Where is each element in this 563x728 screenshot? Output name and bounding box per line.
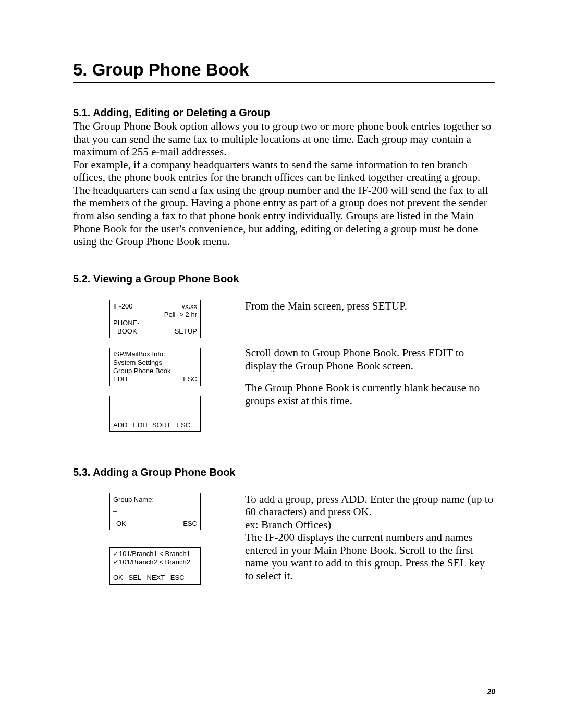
screen-group-blank: ADD EDIT SORT ESC xyxy=(109,396,201,432)
section-5-2-step2: Scroll down to Group Phone Book. Press E… xyxy=(245,347,495,372)
screen-group-select: ✓101/Branch1 < Branch1 ✓101/Branch2 < Br… xyxy=(109,547,201,585)
screen-text: System Settings xyxy=(113,359,197,367)
section-5-2-head: 5.2. Viewing a Group Phone Book xyxy=(73,273,495,285)
screen-text: PHONE- xyxy=(113,319,197,327)
section-5-3-step1: To add a group, press ADD. Enter the gro… xyxy=(245,493,495,519)
screen-text: OK SEL NEXT ESC xyxy=(113,574,197,582)
screen-text: ESC xyxy=(183,375,197,384)
section-5-3-head: 5.3. Adding a Group Phone Book xyxy=(73,466,495,478)
section-5-1-p1: The Group Phone Book option allows you t… xyxy=(73,120,495,158)
section-5-1-p2: For example, if a company headquarters w… xyxy=(73,158,495,248)
screen-text: ✓101/Branch1 < Branch1 xyxy=(113,550,197,558)
screen-text: _ xyxy=(113,504,197,512)
document-page: 5. Group Phone Book 5.1. Adding, Editing… xyxy=(0,0,563,728)
screen-text: BOOK xyxy=(113,327,137,336)
page-number: 20 xyxy=(487,687,495,696)
screen-text: IF-200 xyxy=(113,302,133,311)
section-5-3-step2: The IF-200 displays the current numbers … xyxy=(245,531,495,582)
section-5-2-step1: From the Main screen, press SETUP. xyxy=(245,300,495,313)
section-5-3-screens: Group Name: _ OK ESC ✓101/Branch1 < Bran… xyxy=(73,493,245,594)
screen-settings-menu: ISP/MailBox Info. System Settings Group … xyxy=(109,348,201,386)
screen-text: EDIT xyxy=(113,375,129,384)
screen-group-name: Group Name: _ OK ESC xyxy=(109,493,201,530)
section-5-2-screens: IF-200 vx.xx Poll -> 2 hr PHONE- BOOK SE… xyxy=(73,300,245,441)
title-rule xyxy=(73,82,495,83)
section-5-2-step3: The Group Phone Book is currently blank … xyxy=(245,381,495,407)
screen-text: OK xyxy=(113,520,126,528)
screen-text: Poll -> 2 hr xyxy=(164,311,197,319)
screen-text: ✓101/Branch2 < Branch2 xyxy=(113,558,197,566)
section-5-3-step1b: ex: Branch Offices) xyxy=(245,519,495,532)
screen-text: ISP/MailBox Info. xyxy=(113,350,197,359)
screen-text: Group Phone Book xyxy=(113,367,197,375)
screen-text: ESC xyxy=(183,520,197,528)
screen-main: IF-200 vx.xx Poll -> 2 hr PHONE- BOOK SE… xyxy=(109,300,201,338)
screen-text: SETUP xyxy=(175,327,197,336)
screen-text: vx.xx xyxy=(181,302,197,311)
chapter-title: 5. Group Phone Book xyxy=(73,60,495,80)
screen-text: ADD EDIT SORT ESC xyxy=(113,421,197,429)
screen-text: Group Name: xyxy=(113,496,197,504)
section-5-1-head: 5.1. Adding, Editing or Deleting a Group xyxy=(73,107,495,119)
